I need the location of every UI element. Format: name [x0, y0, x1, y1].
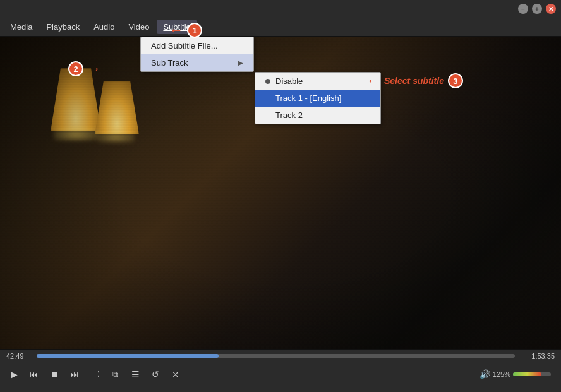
- volume-bar[interactable]: [513, 372, 551, 376]
- subtitle-dropdown: Add Subtitle File... Sub Track Disable T…: [140, 37, 254, 72]
- title-bar: − + ✕: [0, 0, 561, 18]
- fullscreen-button[interactable]: ⛶: [86, 366, 104, 383]
- menu-bar: Media Playback Audio Video Subtitle: [0, 18, 561, 37]
- buttons-row: ▶ ⏮ ⏹ ⏭ ⛶ ⧉ ☰ ↺ ⤮ 🔊 125%: [0, 362, 561, 386]
- progress-row: 42:49 1:53:35: [0, 350, 561, 362]
- disable-item[interactable]: Disable: [255, 73, 380, 90]
- progress-fill: [37, 354, 219, 358]
- volume-percent: 125%: [493, 371, 510, 378]
- menu-media[interactable]: Media: [4, 20, 39, 34]
- loop-button[interactable]: ↺: [147, 366, 164, 383]
- radio-empty-track2: [265, 113, 270, 118]
- time-total: 1:53:35: [520, 352, 555, 360]
- menu-subtitle[interactable]: Subtitle: [157, 20, 196, 34]
- sub-track-item[interactable]: Sub Track Disable Track 1 - [English] Tr…: [141, 54, 253, 71]
- close-button[interactable]: ✕: [546, 4, 556, 14]
- sub-track-submenu: Disable Track 1 - [English] Track 2: [255, 72, 381, 124]
- maximize-button[interactable]: +: [532, 4, 542, 14]
- menu-playback[interactable]: Playback: [40, 20, 86, 34]
- volume-icon: 🔊: [480, 369, 490, 379]
- add-subtitle-item[interactable]: Add Subtitle File...: [141, 37, 253, 54]
- controls-bar: 42:49 1:53:35 ▶ ⏮ ⏹ ⏭ ⛶ ⧉ ☰ ↺ ⤮ 🔊 125%: [0, 349, 561, 392]
- menu-video[interactable]: Video: [122, 20, 155, 34]
- minimize-button[interactable]: −: [518, 4, 528, 14]
- track1-item[interactable]: Track 1 - [English]: [255, 90, 380, 107]
- prev-button[interactable]: ⏮: [25, 366, 43, 383]
- shuffle-button[interactable]: ⤮: [167, 366, 184, 383]
- next-button[interactable]: ⏭: [66, 366, 83, 383]
- time-current: 42:49: [6, 352, 32, 360]
- progress-bar[interactable]: [37, 354, 515, 358]
- menu-audio[interactable]: Audio: [87, 20, 121, 34]
- stop-button[interactable]: ⏹: [45, 366, 63, 383]
- volume-area: 🔊 125%: [480, 369, 551, 379]
- radio-dot-disable: [265, 79, 270, 84]
- volume-fill: [513, 372, 541, 376]
- track2-item[interactable]: Track 2: [255, 107, 380, 124]
- radio-empty-track1: [265, 96, 270, 101]
- play-button[interactable]: ▶: [5, 366, 23, 383]
- playlist-button[interactable]: ☰: [126, 366, 144, 383]
- extended-button[interactable]: ⧉: [106, 366, 124, 383]
